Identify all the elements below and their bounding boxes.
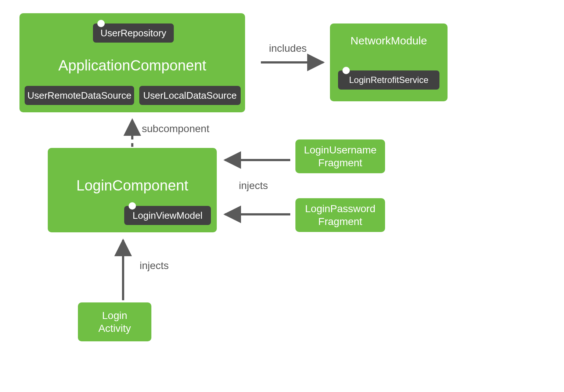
login-password-fragment-node: LoginPassword Fragment [295,198,385,232]
login-activity-line1: Login [102,309,127,322]
login-view-model-label: LoginViewModel [133,210,202,221]
login-component-node: LoginComponent LoginViewModel [48,148,217,232]
login-username-fragment-node: LoginUsername Fragment [295,139,385,173]
user-repository-chip: UserRepository [93,23,174,43]
login-activity-node: Login Activity [78,302,151,341]
login-view-model-chip: LoginViewModel [124,206,211,225]
network-module-node: NetworkModule LoginRetrofitService [330,23,448,101]
pin-icon [342,67,350,74]
login-retrofit-service-label: LoginRetrofitService [349,75,428,85]
application-component-node: ApplicationComponent UserRepository User… [19,13,245,112]
edge-label-includes: includes [269,43,307,54]
login-activity-line2: Activity [98,322,131,335]
pin-icon [129,202,136,210]
user-local-datasource-label: UserLocalDataSource [143,90,237,101]
edge-label-subcomponent: subcomponent [142,123,209,135]
login-password-fragment-line1: LoginPassword [305,202,375,215]
network-module-title: NetworkModule [330,34,448,48]
login-component-title: LoginComponent [76,177,188,194]
user-repository-label: UserRepository [100,28,166,39]
pin-icon [97,20,105,27]
login-username-fragment-line1: LoginUsername [304,144,377,156]
login-password-fragment-line2: Fragment [318,215,362,228]
login-username-fragment-line2: Fragment [318,156,362,169]
user-remote-datasource-label: UserRemoteDataSource [27,90,131,101]
application-component-title: ApplicationComponent [58,57,206,74]
edge-label-injects-activity: injects [140,260,169,272]
edge-label-injects-fragments: injects [239,180,268,192]
user-local-datasource-chip: UserLocalDataSource [139,86,241,105]
user-remote-datasource-chip: UserRemoteDataSource [25,86,134,105]
login-retrofit-service-chip: LoginRetrofitService [338,70,439,90]
